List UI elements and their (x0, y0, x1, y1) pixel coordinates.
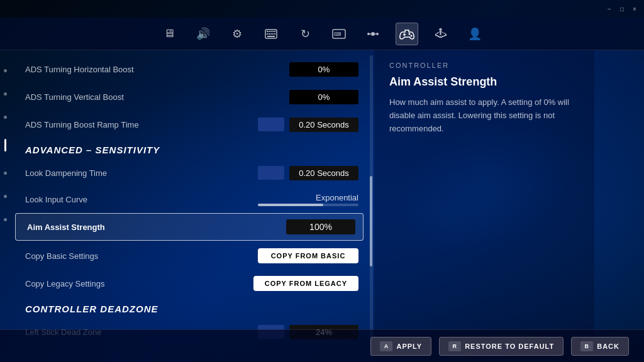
svg-rect-9 (272, 33, 274, 35)
look-damp-time-row[interactable]: Look Dampening Time 0.20 Seconds (10, 159, 369, 187)
svg-rect-8 (270, 33, 272, 35)
restore-button-label: RESTORE TO DEFAULT (465, 343, 554, 350)
keyboard-nav-icon[interactable]: ⌨ (328, 23, 350, 45)
minimize-button[interactable]: − (605, 4, 614, 13)
look-input-curve-fill (258, 204, 323, 206)
look-damp-time-value[interactable]: 0.20 Seconds (258, 166, 358, 180)
svg-point-16 (376, 33, 379, 35)
settings-panel: ADS Turning Horizontal Boost 0% ADS Turn… (10, 50, 369, 362)
refresh-nav-icon[interactable]: ↻ (294, 23, 316, 45)
bottom-action-bar: A APPLY R RESTORE TO DEFAULT B BACK (0, 329, 644, 362)
sidebar-dot-1 (4, 69, 7, 72)
svg-rect-6 (267, 33, 268, 35)
restore-button-icon: R (448, 341, 461, 351)
audio-nav-icon[interactable]: 🔊 (192, 23, 214, 45)
look-input-curve-label: Look Input Curve (25, 195, 192, 204)
keyboard-layout-nav-icon[interactable] (260, 23, 282, 45)
sidebar-dot-3 (4, 116, 7, 119)
look-input-curve-track[interactable] (258, 204, 358, 206)
sidebar-dot-5 (4, 172, 7, 175)
ads-vert-boost-value[interactable]: 0% (289, 90, 358, 104)
back-button[interactable]: B BACK (571, 337, 629, 356)
copy-basic-row: Copy Basic Settings COPY FROM BASIC (10, 242, 369, 270)
ads-ramp-time-label: ADS Turning Boost Ramp Time (25, 120, 258, 129)
ads-ramp-time-value[interactable]: 0.20 Seconds (258, 118, 358, 132)
svg-rect-10 (274, 33, 275, 35)
look-input-curve-value: Exponential (316, 193, 358, 202)
svg-rect-4 (272, 31, 274, 32)
ads-ramp-time-slider[interactable] (258, 118, 284, 131)
apply-button[interactable]: A APPLY (370, 337, 431, 356)
back-button-icon: B (580, 341, 593, 351)
copy-basic-label: Copy Basic Settings (25, 251, 258, 261)
gamepad-nav-icon[interactable]: 🕹 (430, 23, 452, 45)
ads-vert-boost-label: ADS Turning Vertical Boost (25, 92, 289, 102)
svg-rect-11 (267, 36, 275, 37)
svg-rect-5 (274, 31, 275, 32)
ads-horiz-boost-label: ADS Turning Horizontal Boost (25, 65, 289, 74)
ads-ramp-time-text: 0.20 Seconds (289, 118, 358, 132)
ads-horiz-boost-value[interactable]: 0% (289, 62, 358, 77)
copy-basic-button[interactable]: COPY FROM BASIC (258, 248, 358, 263)
copy-legacy-button[interactable]: COPY FROM LEGACY (253, 276, 358, 291)
svg-rect-3 (270, 31, 272, 32)
user-nav-icon[interactable]: 👤 (464, 23, 486, 45)
apply-button-label: APPLY (396, 343, 422, 350)
controller-deadzone-header: CONTROLLER DEADZONE (10, 297, 369, 318)
svg-rect-7 (269, 33, 270, 35)
copy-legacy-row: Copy Legacy Settings COPY FROM LEGACY (10, 270, 369, 297)
network-nav-icon[interactable] (362, 23, 384, 45)
svg-point-21 (409, 33, 411, 35)
info-description: How much aim assist to apply. A setting … (389, 96, 579, 135)
monitor-nav-icon[interactable]: 🖥 (158, 23, 180, 45)
svg-point-14 (371, 32, 375, 36)
controller-nav-icon[interactable] (396, 23, 418, 45)
look-damp-time-text: 0.20 Seconds (289, 166, 358, 180)
sidebar-dot-2 (4, 92, 7, 96)
scrollbar[interactable] (370, 55, 373, 357)
aim-assist-strength-row[interactable]: Aim Assist Strength 100% (15, 213, 364, 241)
back-button-label: BACK (597, 343, 619, 350)
sidebar-dot-7 (4, 218, 7, 221)
info-title: Aim Assist Strength (389, 75, 579, 89)
look-input-curve-control[interactable]: Exponential (192, 193, 358, 206)
aim-assist-strength-label: Aim Assist Strength (27, 222, 286, 232)
ads-ramp-time-row[interactable]: ADS Turning Boost Ramp Time 0.20 Seconds (10, 111, 369, 138)
aim-assist-strength-value[interactable]: 100% (286, 219, 355, 234)
info-category: CONTROLLER (389, 62, 579, 69)
advanced-sensitivity-header: ADVANCED – SENSITIVITY (10, 138, 369, 159)
look-damp-time-slider[interactable] (258, 166, 284, 180)
navigation-bar: 🖥 🔊 ⚙ ↻ ⌨ (0, 18, 644, 50)
svg-point-22 (411, 35, 413, 36)
sidebar-indicators (0, 50, 10, 362)
scroll-thumb (370, 176, 372, 266)
svg-point-15 (367, 33, 370, 35)
look-damp-time-label: Look Dampening Time (25, 168, 258, 178)
apply-button-icon: A (380, 341, 392, 351)
restore-default-button[interactable]: R RESTORE TO DEFAULT (439, 337, 564, 356)
ads-horiz-boost-row[interactable]: ADS Turning Horizontal Boost 0% (10, 55, 369, 83)
svg-rect-2 (269, 31, 270, 32)
info-panel: CONTROLLER Aim Assist Strength How much … (374, 50, 594, 362)
svg-rect-1 (267, 31, 268, 32)
gear-nav-icon[interactable]: ⚙ (226, 23, 248, 45)
ads-vert-boost-row[interactable]: ADS Turning Vertical Boost 0% (10, 83, 369, 111)
sidebar-dot-6 (4, 195, 7, 198)
sidebar-dot-active (4, 139, 6, 151)
svg-text:⌨: ⌨ (334, 31, 341, 37)
maximize-button[interactable]: □ (618, 4, 626, 13)
copy-legacy-label: Copy Legacy Settings (25, 279, 253, 288)
titlebar: − □ × (0, 0, 644, 18)
look-input-curve-row[interactable]: Look Input Curve Exponential (10, 187, 369, 212)
close-button[interactable]: × (630, 4, 639, 13)
